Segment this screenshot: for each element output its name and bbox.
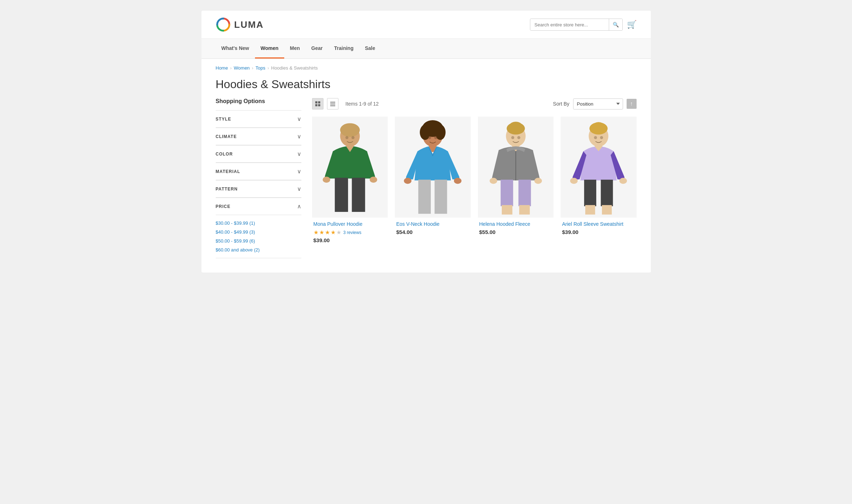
list-view-button[interactable] xyxy=(327,98,338,110)
svg-rect-41 xyxy=(519,205,530,215)
svg-point-36 xyxy=(489,178,497,184)
product-image-1 xyxy=(312,117,388,218)
breadcrumb-home[interactable]: Home xyxy=(216,65,228,71)
product-info-1: Mona Pullover Hoodie ★ ★ ★ ★ ★ 3 reviews… xyxy=(312,218,388,247)
svg-point-47 xyxy=(593,122,604,129)
product-image-3 xyxy=(478,117,554,218)
product-price-1: $39.00 xyxy=(313,237,387,243)
price-options: $30.00 - $39.99 (1) $40.00 - $49.99 (3) … xyxy=(216,215,301,258)
svg-rect-3 xyxy=(315,104,317,106)
svg-rect-38 xyxy=(500,180,513,206)
filter-pattern-arrow: ∨ xyxy=(297,185,301,192)
toolbar: Items 1-9 of 12 Sort By Position Product… xyxy=(312,98,637,110)
sidebar: Shopping Options STYLE ∨ CLIMATE ∨ CO xyxy=(216,98,301,258)
search-input[interactable] xyxy=(530,19,609,30)
breadcrumb-women[interactable]: Women xyxy=(234,65,250,71)
price-option-50-59[interactable]: $50.00 - $59.99 (6) xyxy=(216,236,301,245)
svg-rect-26 xyxy=(418,180,431,214)
filter-price-header[interactable]: PRICE ∧ xyxy=(216,198,301,215)
breadcrumb-tops[interactable]: Tops xyxy=(255,65,265,71)
svg-rect-14 xyxy=(335,178,348,212)
nav-item-gear[interactable]: Gear xyxy=(306,39,328,58)
nav-item-men[interactable]: Men xyxy=(284,39,306,58)
product-figure-4 xyxy=(561,117,637,218)
price-option-40-49[interactable]: $40.00 - $49.99 (3) xyxy=(216,228,301,236)
header: LUMA 🔍 🛒 xyxy=(201,11,651,39)
svg-rect-6 xyxy=(330,103,335,105)
star-1-2: ★ xyxy=(319,229,324,236)
product-card-2[interactable]: Eos V-Neck Hoodie $54.00 xyxy=(395,117,471,247)
svg-point-55 xyxy=(594,136,597,139)
product-info-3: Helena Hooded Fleece $55.00 xyxy=(478,218,554,239)
svg-point-50 xyxy=(619,178,627,184)
breadcrumb-sep-1: › xyxy=(230,65,231,71)
filter-material-arrow: ∨ xyxy=(297,168,301,175)
product-name-2[interactable]: Eos V-Neck Hoodie xyxy=(396,221,469,227)
svg-point-0 xyxy=(216,17,230,32)
svg-rect-54 xyxy=(602,205,612,215)
filter-color-header[interactable]: COLOR ∨ xyxy=(216,146,301,163)
svg-rect-52 xyxy=(601,180,613,206)
logo-text: LUMA xyxy=(234,19,264,30)
product-grid: Mona Pullover Hoodie ★ ★ ★ ★ ★ 3 reviews… xyxy=(312,117,637,247)
filter-price-arrow: ∧ xyxy=(297,203,301,210)
star-1-5: ★ xyxy=(336,229,341,236)
filter-style-header[interactable]: STYLE ∨ xyxy=(216,111,301,128)
filter-climate: CLIMATE ∨ xyxy=(216,128,301,145)
svg-point-29 xyxy=(434,136,438,139)
filter-style: STYLE ∨ xyxy=(216,110,301,128)
product-price-4: $39.00 xyxy=(562,229,635,235)
svg-rect-27 xyxy=(435,180,447,214)
logo-icon xyxy=(216,17,231,32)
filter-pattern-header[interactable]: PATTERN ∨ xyxy=(216,180,301,198)
product-name-3[interactable]: Helena Hooded Fleece xyxy=(479,221,552,227)
svg-rect-40 xyxy=(501,205,512,215)
product-rating-1: ★ ★ ★ ★ ★ 3 reviews xyxy=(313,229,387,236)
main-container: LUMA 🔍 🛒 What's New Women Men Gear Train… xyxy=(201,11,651,273)
filter-price-label: PRICE xyxy=(216,204,231,209)
filter-color-label: COLOR xyxy=(216,152,233,157)
price-option-60plus[interactable]: $60.00 and above (2) xyxy=(216,245,301,254)
product-name-4[interactable]: Ariel Roll Sleeve Sweatshirt xyxy=(562,221,635,227)
filter-climate-arrow: ∨ xyxy=(297,133,301,140)
product-name-1[interactable]: Mona Pullover Hoodie xyxy=(313,221,387,227)
sort-label: Sort By xyxy=(553,101,570,107)
reviews-link-1[interactable]: 3 reviews xyxy=(343,230,362,235)
star-1-3: ★ xyxy=(325,229,330,236)
sort-asc-button[interactable]: ↑ xyxy=(627,99,637,109)
nav-item-training[interactable]: Training xyxy=(328,39,359,58)
filter-color: COLOR ∨ xyxy=(216,145,301,163)
product-price-3: $55.00 xyxy=(479,229,552,235)
svg-rect-7 xyxy=(330,105,335,106)
filter-pattern-label: PATTERN xyxy=(216,187,238,192)
product-info-2: Eos V-Neck Hoodie $54.00 xyxy=(395,218,471,239)
product-price-2: $54.00 xyxy=(396,229,469,235)
cart-button[interactable]: 🛒 xyxy=(627,20,637,29)
svg-rect-4 xyxy=(318,104,320,106)
svg-rect-53 xyxy=(585,205,595,215)
items-count: Items 1-9 of 12 xyxy=(346,101,379,107)
svg-point-37 xyxy=(534,178,542,184)
sort-select[interactable]: Position Product Name Price xyxy=(573,98,623,110)
product-figure-3 xyxy=(478,117,554,218)
search-button[interactable]: 🔍 xyxy=(609,19,622,30)
product-card-1[interactable]: Mona Pullover Hoodie ★ ★ ★ ★ ★ 3 reviews… xyxy=(312,117,388,247)
product-card-4[interactable]: Ariel Roll Sleeve Sweatshirt $39.00 xyxy=(561,117,637,247)
page-wrapper: LUMA 🔍 🛒 What's New Women Men Gear Train… xyxy=(194,0,658,283)
logo-area: LUMA xyxy=(216,17,264,32)
price-option-30-39[interactable]: $30.00 - $39.99 (1) xyxy=(216,219,301,228)
svg-point-49 xyxy=(570,178,578,184)
svg-point-42 xyxy=(511,136,514,139)
product-image-2 xyxy=(395,117,471,218)
grid-view-button[interactable] xyxy=(312,98,323,110)
breadcrumb-sep-3: › xyxy=(267,65,269,71)
breadcrumb-area: Home › Women › Tops › Hoodies & Sweatshi… xyxy=(201,59,651,74)
toolbar-right: Sort By Position Product Name Price ↑ xyxy=(553,98,637,110)
nav-item-women[interactable]: Women xyxy=(255,39,284,58)
nav-item-sale[interactable]: Sale xyxy=(359,39,381,58)
nav-item-whats-new[interactable]: What's New xyxy=(216,39,255,58)
product-card-3[interactable]: Helena Hooded Fleece $55.00 xyxy=(478,117,554,247)
svg-point-25 xyxy=(454,178,461,184)
filter-material-header[interactable]: MATERIAL ∨ xyxy=(216,163,301,180)
filter-climate-header[interactable]: CLIMATE ∨ xyxy=(216,128,301,145)
